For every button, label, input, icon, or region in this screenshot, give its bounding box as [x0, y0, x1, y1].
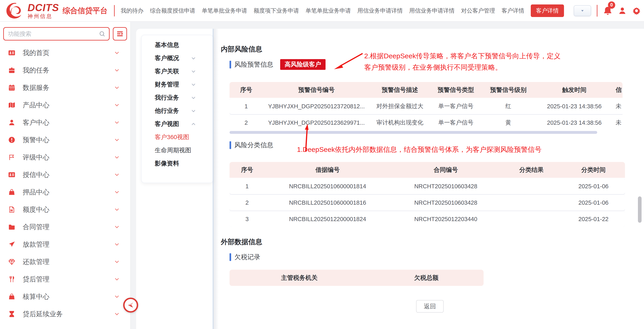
sidebar-item-label: 核算中心	[23, 292, 50, 301]
sidebar-item[interactable]: 额度中心	[0, 201, 130, 218]
submenu-item-label: 客户视图	[155, 120, 179, 128]
sidebar-item-label: 合同管理	[23, 223, 50, 232]
sidebar-item[interactable]: 客户中心	[0, 114, 130, 131]
sidebar-collapse-button[interactable]	[123, 298, 138, 313]
section-label: 欠税记录	[234, 253, 260, 262]
nav-tab[interactable]: 对公客户管理	[461, 7, 495, 14]
sidebar-item[interactable]: 放款管理	[0, 236, 130, 253]
nav-tab[interactable]: 用信业务申请详情	[409, 7, 454, 14]
table-header-row: 主管税务机关欠税总额	[230, 270, 484, 286]
menu-list-button[interactable]	[113, 27, 127, 40]
submenu-item-label: 他行业务	[155, 107, 179, 115]
chevron-icon	[191, 95, 196, 100]
sidebar-item[interactable]: 预警中心	[0, 131, 130, 149]
sidebar-item-icon	[8, 136, 16, 144]
submenu-item[interactable]: 基本信息	[142, 38, 213, 52]
top-nav: 我的待办综合额度授信申请单笔单批业务申请额度项下业务申请单笔单批业务申请用信业务…	[121, 4, 564, 17]
sidebar-item[interactable]: 产品中心	[0, 96, 130, 114]
chevron-icon	[191, 82, 196, 87]
nav-tab[interactable]: 客户详情	[502, 7, 524, 14]
table-cell: 2025-01-06	[562, 195, 625, 211]
table-cell: 2025-01-23 14:38:56	[534, 98, 614, 114]
sidebar-item-icon	[8, 293, 16, 300]
chevron-down-icon	[114, 259, 120, 265]
function-search[interactable]	[3, 27, 110, 40]
risk-class-table: 序号借据编号合同编号分类结果分类时间1NRCBILL20250106000018…	[230, 162, 625, 227]
submenu-item[interactable]: 影像资料	[142, 157, 213, 170]
sidebar-item[interactable]: 贷后管理	[0, 271, 130, 288]
sidebar-item[interactable]: 授信中心	[0, 166, 130, 183]
sidebar-item-icon	[8, 241, 16, 248]
table-row: 1NRCBILL2025010600001814NRCHT20250106034…	[230, 178, 625, 194]
search-icon	[99, 30, 105, 37]
submenu-item[interactable]: 客户视图	[142, 117, 213, 131]
sidebar-item[interactable]: 我的首页	[0, 44, 130, 61]
sidebar-item[interactable]: 评级中心	[0, 149, 130, 166]
section-bar	[230, 253, 231, 261]
table-cell: 审计机构出现变化	[370, 115, 430, 131]
submenu-item[interactable]: 生命周期视图	[142, 144, 213, 157]
nav-tab[interactable]: 我的待办	[121, 7, 144, 14]
content-panel: 基本信息 客户概况 客户关联 财务管理 我行业务	[136, 29, 644, 329]
annotation-arrow-2	[331, 51, 366, 72]
submenu-item[interactable]: 客户概况	[142, 52, 213, 65]
table-cell: YJBHYJXH_DGP20250123629971...	[263, 115, 370, 131]
chevron-down-icon	[114, 207, 120, 212]
annotation-2: 2.根据DeepSeek传导策略，将客户名下预警信号向上传导，定义 客户预警级别…	[364, 50, 560, 73]
column-header: 分类结果	[501, 162, 562, 178]
submenu-item-label: 财务管理	[155, 80, 179, 89]
chevron-down-icon	[114, 242, 120, 247]
sidebar-item[interactable]: 我的任务	[0, 61, 130, 79]
table-cell: 2	[230, 115, 263, 131]
sidebar-item-label: 额度中心	[23, 205, 50, 214]
search-input[interactable]	[8, 30, 99, 37]
sidebar-item-label: 我的首页	[23, 48, 50, 57]
submenu-item-label: 基本信息	[155, 41, 179, 49]
sidebar-item[interactable]: 合同管理	[0, 218, 130, 236]
sidebar-item[interactable]: 还款管理	[0, 253, 130, 271]
sidebar-item-label: 授信中心	[23, 170, 50, 179]
user-icon[interactable]	[618, 6, 626, 15]
submenu-item[interactable]: 客户关联	[142, 65, 213, 78]
table-cell: NRCBILL2025010600001816	[264, 195, 390, 211]
horizontal-scrollbar-thumb[interactable]	[230, 131, 597, 134]
submenu-item[interactable]: 客户360视图	[142, 131, 213, 144]
left-sidebar: 我的首页 我的任务 数据服务 产品中心 客户中心	[0, 22, 131, 329]
submenu-item[interactable]: 财务管理	[142, 78, 213, 91]
sidebar-item-label: 产品中心	[23, 101, 50, 110]
column-header: 信	[614, 82, 622, 98]
submenu-item[interactable]: 我行业务	[142, 91, 213, 104]
section-label: 风险分类信息	[234, 141, 273, 150]
submenu-item[interactable]: 他行业务	[142, 104, 213, 117]
nav-tab[interactable]: 综合额度授信申请	[150, 7, 195, 14]
sidebar-item-icon	[8, 84, 16, 91]
tax-section: 欠税记录	[230, 253, 260, 262]
nav-tab[interactable]: 单笔单批业务申请	[306, 7, 351, 14]
table-cell: NRCHT2025012203440	[390, 211, 501, 227]
sidebar-item[interactable]: 押品中心	[0, 183, 130, 201]
page-scrollbar-thumb[interactable]	[638, 196, 642, 223]
sidebar-item[interactable]: 核算中心	[0, 288, 130, 305]
sidebar-item[interactable]: 数据服务	[0, 79, 130, 96]
high-risk-badge: 高风险级客户	[280, 59, 326, 70]
sidebar-item-icon	[8, 154, 16, 161]
sidebar-item-label: 数据服务	[23, 83, 50, 92]
sidebar-item-icon	[8, 49, 16, 56]
notifications-button[interactable]: 0	[603, 6, 612, 15]
sidebar-item[interactable]: 贷后延续业务	[0, 305, 130, 323]
nav-tab[interactable]: 额度项下业务申请	[254, 7, 299, 14]
table-cell: 单一客户信号	[430, 98, 482, 114]
tab-overflow-dropdown[interactable]	[574, 5, 591, 16]
sidebar-item-icon	[8, 276, 16, 283]
customer-submenu: 基本信息 客户概况 客户关联 财务管理 我行业务	[141, 35, 213, 183]
nav-tab[interactable]: 客户详情	[531, 4, 564, 17]
header-divider	[597, 5, 598, 16]
column-header: 预警信号级别	[482, 82, 534, 98]
back-button[interactable]: 返回	[416, 300, 444, 313]
chevron-down-icon	[114, 311, 120, 317]
nav-tab[interactable]: 用信业务申请详情	[357, 7, 403, 14]
nav-tab[interactable]: 单笔单批业务申请	[202, 7, 247, 14]
gear-icon[interactable]	[632, 6, 641, 15]
chevron-icon	[191, 108, 196, 114]
chevron-down-icon	[114, 294, 120, 300]
